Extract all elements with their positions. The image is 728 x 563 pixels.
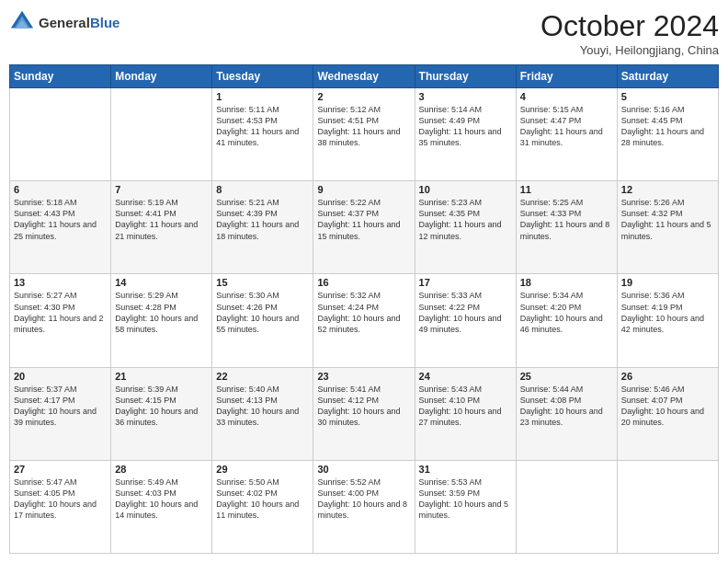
logo-blue: Blue: [90, 15, 120, 30]
cell-info: Sunrise: 5:49 AM Sunset: 4:03 PM Dayligh…: [115, 477, 208, 522]
calendar-cell: 17Sunrise: 5:33 AM Sunset: 4:22 PM Dayli…: [415, 274, 516, 367]
cell-info: Sunrise: 5:22 AM Sunset: 4:37 PM Dayligh…: [317, 197, 410, 242]
weekday-header: Tuesday: [212, 65, 313, 88]
calendar-cell: 28Sunrise: 5:49 AM Sunset: 4:03 PM Dayli…: [111, 460, 212, 553]
day-number: 8: [216, 184, 309, 195]
calendar-cell: 26Sunrise: 5:46 AM Sunset: 4:07 PM Dayli…: [617, 367, 718, 460]
day-number: 10: [419, 184, 512, 195]
day-number: 28: [115, 464, 208, 475]
calendar-header: SundayMondayTuesdayWednesdayThursdayFrid…: [10, 65, 719, 88]
cell-info: Sunrise: 5:14 AM Sunset: 4:49 PM Dayligh…: [419, 104, 512, 149]
day-number: 7: [115, 184, 208, 195]
cell-info: Sunrise: 5:36 AM Sunset: 4:19 PM Dayligh…: [621, 290, 714, 335]
day-number: 21: [115, 371, 208, 382]
weekday-header: Saturday: [617, 65, 718, 88]
calendar-cell: 22Sunrise: 5:40 AM Sunset: 4:13 PM Dayli…: [212, 367, 313, 460]
calendar-cell: 20Sunrise: 5:37 AM Sunset: 4:17 PM Dayli…: [10, 367, 111, 460]
day-number: 12: [621, 184, 714, 195]
cell-info: Sunrise: 5:37 AM Sunset: 4:17 PM Dayligh…: [14, 384, 107, 429]
calendar-cell: 8Sunrise: 5:21 AM Sunset: 4:39 PM Daylig…: [212, 181, 313, 274]
calendar-cell: 9Sunrise: 5:22 AM Sunset: 4:37 PM Daylig…: [313, 181, 415, 274]
day-number: 23: [317, 371, 410, 382]
cell-info: Sunrise: 5:47 AM Sunset: 4:05 PM Dayligh…: [14, 477, 107, 522]
cell-info: Sunrise: 5:19 AM Sunset: 4:41 PM Dayligh…: [115, 197, 208, 242]
cell-info: Sunrise: 5:16 AM Sunset: 4:45 PM Dayligh…: [621, 104, 714, 149]
day-number: 14: [115, 277, 208, 288]
cell-info: Sunrise: 5:30 AM Sunset: 4:26 PM Dayligh…: [216, 290, 309, 335]
logo-general: General: [39, 15, 90, 30]
calendar-cell: 25Sunrise: 5:44 AM Sunset: 4:08 PM Dayli…: [516, 367, 617, 460]
weekday-header: Sunday: [10, 65, 111, 88]
day-number: 9: [317, 184, 410, 195]
logo-icon: [9, 9, 35, 35]
day-number: 22: [216, 371, 309, 382]
logo: GeneralBlue: [9, 9, 119, 35]
day-number: 24: [419, 371, 512, 382]
calendar-cell: 23Sunrise: 5:41 AM Sunset: 4:12 PM Dayli…: [313, 367, 415, 460]
day-number: 25: [520, 371, 613, 382]
calendar-cell: [516, 460, 617, 553]
logo-text: GeneralBlue: [39, 15, 119, 30]
cell-info: Sunrise: 5:53 AM Sunset: 3:59 PM Dayligh…: [419, 477, 512, 522]
calendar-cell: 4Sunrise: 5:15 AM Sunset: 4:47 PM Daylig…: [516, 88, 617, 181]
calendar-cell: 6Sunrise: 5:18 AM Sunset: 4:43 PM Daylig…: [10, 181, 111, 274]
cell-info: Sunrise: 5:26 AM Sunset: 4:32 PM Dayligh…: [621, 197, 714, 242]
weekday-header-row: SundayMondayTuesdayWednesdayThursdayFrid…: [10, 65, 719, 88]
day-number: 6: [14, 184, 107, 195]
cell-info: Sunrise: 5:52 AM Sunset: 4:00 PM Dayligh…: [317, 477, 410, 522]
calendar-cell: 19Sunrise: 5:36 AM Sunset: 4:19 PM Dayli…: [617, 274, 718, 367]
day-number: 3: [419, 91, 512, 102]
calendar-cell: 27Sunrise: 5:47 AM Sunset: 4:05 PM Dayli…: [10, 460, 111, 553]
day-number: 19: [621, 277, 714, 288]
calendar-week-row: 20Sunrise: 5:37 AM Sunset: 4:17 PM Dayli…: [10, 367, 719, 460]
cell-info: Sunrise: 5:32 AM Sunset: 4:24 PM Dayligh…: [317, 290, 410, 335]
cell-info: Sunrise: 5:44 AM Sunset: 4:08 PM Dayligh…: [520, 384, 613, 429]
day-number: 17: [419, 277, 512, 288]
day-number: 15: [216, 277, 309, 288]
calendar-cell: 18Sunrise: 5:34 AM Sunset: 4:20 PM Dayli…: [516, 274, 617, 367]
day-number: 27: [14, 464, 107, 475]
calendar-cell: 31Sunrise: 5:53 AM Sunset: 3:59 PM Dayli…: [415, 460, 516, 553]
day-number: 29: [216, 464, 309, 475]
cell-info: Sunrise: 5:18 AM Sunset: 4:43 PM Dayligh…: [14, 197, 107, 242]
calendar-body: 1Sunrise: 5:11 AM Sunset: 4:53 PM Daylig…: [10, 88, 719, 554]
calendar-week-row: 1Sunrise: 5:11 AM Sunset: 4:53 PM Daylig…: [10, 88, 719, 181]
calendar-cell: 14Sunrise: 5:29 AM Sunset: 4:28 PM Dayli…: [111, 274, 212, 367]
calendar-cell: 1Sunrise: 5:11 AM Sunset: 4:53 PM Daylig…: [212, 88, 313, 181]
calendar-cell: 7Sunrise: 5:19 AM Sunset: 4:41 PM Daylig…: [111, 181, 212, 274]
month-title: October 2024: [540, 9, 719, 43]
title-block: October 2024 Youyi, Heilongjiang, China: [540, 9, 719, 57]
cell-info: Sunrise: 5:25 AM Sunset: 4:33 PM Dayligh…: [520, 197, 613, 242]
day-number: 5: [621, 91, 714, 102]
cell-info: Sunrise: 5:43 AM Sunset: 4:10 PM Dayligh…: [419, 384, 512, 429]
day-number: 16: [317, 277, 410, 288]
cell-info: Sunrise: 5:40 AM Sunset: 4:13 PM Dayligh…: [216, 384, 309, 429]
day-number: 11: [520, 184, 613, 195]
cell-info: Sunrise: 5:46 AM Sunset: 4:07 PM Dayligh…: [621, 384, 714, 429]
weekday-header: Monday: [111, 65, 212, 88]
calendar-cell: 2Sunrise: 5:12 AM Sunset: 4:51 PM Daylig…: [313, 88, 415, 181]
cell-info: Sunrise: 5:34 AM Sunset: 4:20 PM Dayligh…: [520, 290, 613, 335]
cell-info: Sunrise: 5:21 AM Sunset: 4:39 PM Dayligh…: [216, 197, 309, 242]
calendar-cell: 29Sunrise: 5:50 AM Sunset: 4:02 PM Dayli…: [212, 460, 313, 553]
calendar-cell: [111, 88, 212, 181]
weekday-header: Thursday: [415, 65, 516, 88]
page: GeneralBlue October 2024 Youyi, Heilongj…: [0, 0, 728, 563]
calendar-cell: 10Sunrise: 5:23 AM Sunset: 4:35 PM Dayli…: [415, 181, 516, 274]
calendar-week-row: 27Sunrise: 5:47 AM Sunset: 4:05 PM Dayli…: [10, 460, 719, 553]
day-number: 30: [317, 464, 410, 475]
cell-info: Sunrise: 5:27 AM Sunset: 4:30 PM Dayligh…: [14, 290, 107, 335]
weekday-header: Wednesday: [313, 65, 415, 88]
day-number: 2: [317, 91, 410, 102]
location: Youyi, Heilongjiang, China: [540, 43, 719, 57]
day-number: 20: [14, 371, 107, 382]
calendar-cell: 16Sunrise: 5:32 AM Sunset: 4:24 PM Dayli…: [313, 274, 415, 367]
calendar-cell: [10, 88, 111, 181]
calendar-cell: 30Sunrise: 5:52 AM Sunset: 4:00 PM Dayli…: [313, 460, 415, 553]
weekday-header: Friday: [516, 65, 617, 88]
calendar-cell: [617, 460, 718, 553]
calendar-cell: 13Sunrise: 5:27 AM Sunset: 4:30 PM Dayli…: [10, 274, 111, 367]
calendar-cell: 15Sunrise: 5:30 AM Sunset: 4:26 PM Dayli…: [212, 274, 313, 367]
calendar-cell: 21Sunrise: 5:39 AM Sunset: 4:15 PM Dayli…: [111, 367, 212, 460]
day-number: 18: [520, 277, 613, 288]
